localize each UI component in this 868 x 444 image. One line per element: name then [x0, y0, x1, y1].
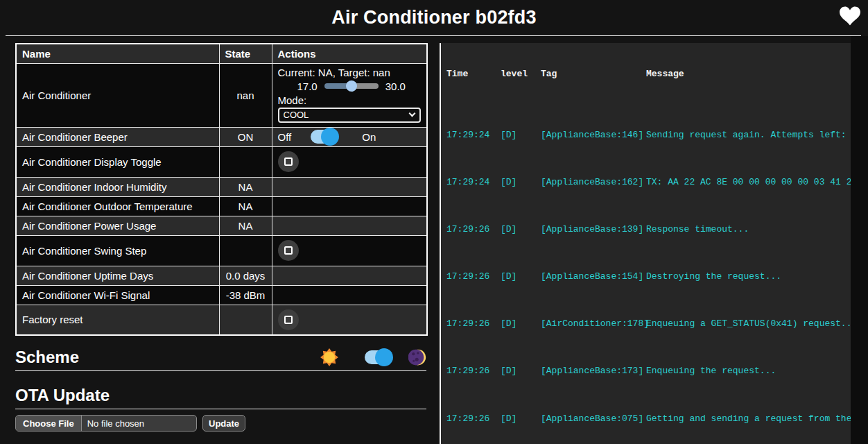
entity-state [219, 235, 272, 266]
table-row-uptime-days: Air Conditioner Uptime Days 0.0 days [16, 266, 427, 285]
column-header-actions: Actions [272, 44, 427, 63]
entity-state: NA [219, 196, 272, 216]
column-header-state: State [219, 44, 272, 63]
log-message: Enqueuing the request... [646, 363, 851, 379]
log-column-tag: Tag [541, 69, 646, 79]
heart-icon[interactable] [840, 6, 860, 26]
table-row-indoor-humidity: Air Conditioner Indoor Humidity NA [16, 177, 427, 196]
log-row: 17:29:26 [D] [ApplianceBase:154] Destroy… [446, 268, 851, 284]
ota-divider [15, 409, 426, 409]
log-level: [D] [501, 174, 541, 190]
log-column-message: Message [646, 69, 851, 79]
log-panel[interactable]: Time level Tag Message 17:29:24 [D] [App… [440, 43, 851, 444]
log-level: [D] [501, 221, 541, 237]
mode-select[interactable]: COOL [278, 108, 421, 123]
log-message: Response timeout... [646, 221, 851, 237]
entity-name: Air Conditioner Uptime Days [16, 266, 219, 285]
log-row: 17:29:24 [D] [ApplianceBase:146] Sending… [446, 127, 851, 143]
scheme-toggle[interactable] [365, 350, 391, 364]
entity-state [219, 146, 272, 177]
entity-name: Air Conditioner Power Usage [16, 216, 219, 235]
entity-name: Air Conditioner Swing Step [16, 235, 219, 266]
log-row: 17:29:24 [D] [ApplianceBase:162] TX: AA … [446, 174, 851, 190]
log-tag: [ApplianceBase:139] [541, 221, 646, 237]
log-row: 17:29:26 [D] [ApplianceBase:173] Enqueui… [446, 363, 851, 379]
factory-reset-button[interactable] [278, 309, 299, 330]
table-row-power-usage: Air Conditioner Power Usage NA [16, 216, 427, 235]
entity-state: nan [219, 63, 272, 127]
square-icon [284, 246, 293, 255]
mode-label: Mode: [278, 94, 422, 106]
entity-state [219, 305, 272, 335]
log-row: 17:29:26 [D] [AirConditioner:178] Enqueu… [446, 316, 851, 332]
file-input[interactable]: Choose File No file chosen [15, 415, 197, 432]
log-level: [D] [501, 411, 541, 427]
slider-thumb-icon[interactable] [346, 80, 357, 92]
log-time: 17:29:26 [446, 316, 501, 332]
entity-state: NA [219, 177, 272, 196]
entity-name: Air Conditioner Outdoor Temperature [16, 196, 219, 216]
ota-title: OTA Update [15, 386, 426, 405]
log-tag: [ApplianceBase:146] [541, 127, 646, 143]
log-tag: [ApplianceBase:162] [541, 174, 646, 190]
log-column-level: level [501, 69, 541, 79]
toggle-on-label: On [362, 131, 376, 143]
table-row-factory-reset: Factory reset [16, 305, 427, 335]
scrollbar-track[interactable] [851, 36, 868, 444]
file-chosen-label: No file chosen [82, 418, 144, 429]
log-message: Getting and sending a request from the q… [646, 411, 851, 427]
swing-step-button[interactable] [278, 240, 299, 261]
table-row-beeper: Air Conditioner Beeper ON Off On [16, 127, 427, 146]
column-header-name: Name [16, 44, 219, 63]
entity-state: -38 dBm [219, 285, 272, 305]
table-header-row: Name State Actions [16, 44, 427, 63]
page-title: Air Conditioner b02fd3 [331, 7, 536, 28]
table-row-swing-step: Air Conditioner Swing Step [16, 235, 427, 266]
table-row-outdoor-temperature: Air Conditioner Outdoor Temperature NA [16, 196, 427, 216]
log-message: TX: AA 22 AC 8E 00 00 00 00 00 03 41 21 … [646, 174, 851, 190]
choose-file-button[interactable]: Choose File [16, 416, 82, 431]
log-message: Destroying the request... [646, 268, 851, 284]
slider-min-label: 17.0 [297, 80, 318, 92]
log-row: 17:29:26 [D] [ApplianceBase:075] Getting… [446, 411, 851, 427]
table-row-climate: Air Conditioner nan Current: NA, Target:… [16, 63, 427, 127]
slider-max-label: 30.0 [385, 80, 406, 92]
entity-name: Air Conditioner Beeper [16, 127, 219, 146]
beeper-toggle[interactable] [311, 130, 337, 144]
log-level: [D] [501, 363, 541, 379]
update-button[interactable]: Update [202, 415, 245, 432]
entity-name: Air Conditioner Wi-Fi Signal [16, 285, 219, 305]
log-column-time: Time [446, 69, 501, 79]
entity-name: Air Conditioner Display Toggle [16, 146, 219, 177]
ota-section: OTA Update [15, 386, 426, 405]
log-tag: [ApplianceBase:075] [541, 411, 646, 427]
square-icon [284, 316, 293, 324]
entity-state: 0.0 days [219, 266, 272, 285]
log-tag: [ApplianceBase:154] [541, 268, 646, 284]
scheme-title: Scheme [15, 348, 320, 367]
log-time: 17:29:26 [446, 221, 501, 237]
entity-name: Air Conditioner [16, 63, 219, 127]
entity-name: Factory reset [16, 305, 219, 335]
scheme-section: Scheme [15, 348, 426, 367]
log-message: Enqueuing a GET_STATUS(0x41) request... [646, 316, 851, 332]
display-toggle-button[interactable] [278, 151, 299, 172]
log-tag: [AirConditioner:178] [541, 316, 646, 332]
toggle-knob-icon [375, 348, 393, 366]
temperature-slider[interactable] [324, 83, 379, 89]
table-row-wifi-signal: Air Conditioner Wi-Fi Signal -38 dBm [16, 285, 427, 305]
log-level: [D] [501, 316, 541, 332]
log-time: 17:29:26 [446, 268, 501, 284]
square-icon [284, 157, 293, 166]
log-time: 17:29:26 [446, 411, 501, 427]
scheme-divider [15, 370, 426, 371]
toggle-off-label: Off [278, 131, 292, 143]
log-time: 17:29:24 [446, 127, 501, 143]
log-message: Sending request again. Attempts left: 1.… [646, 127, 851, 143]
entity-name: Air Conditioner Indoor Humidity [16, 177, 219, 196]
moon-icon [408, 348, 426, 366]
app-header: Air Conditioner b02fd3 [0, 0, 868, 35]
entity-state: NA [219, 216, 272, 235]
log-tag: [ApplianceBase:173] [541, 363, 646, 379]
table-row-display-toggle: Air Conditioner Display Toggle [16, 146, 427, 177]
